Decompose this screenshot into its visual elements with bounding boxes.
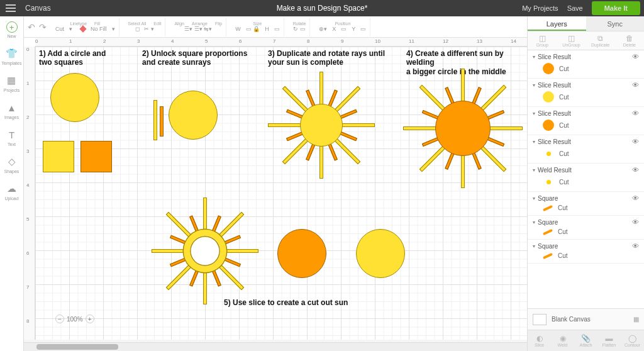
tab-sync[interactable]: Sync: [586, 16, 645, 31]
plus-icon: +: [6, 21, 18, 33]
redo-button[interactable]: ↷: [39, 22, 47, 32]
zoom-control[interactable]: − 100% +: [55, 315, 94, 323]
group-icon: ◫: [539, 34, 546, 43]
eye-icon[interactable]: 👁: [632, 138, 639, 145]
shirt-icon: 👕: [6, 47, 18, 60]
nav-projects[interactable]: ▦Projects: [4, 74, 19, 92]
shape-sun-welded[interactable]: [400, 65, 526, 191]
duplicate-icon: ⧉: [597, 34, 603, 43]
action-group[interactable]: ◫Group: [528, 31, 557, 50]
shape-ray-orange[interactable]: [160, 106, 164, 136]
action-flatten[interactable]: ▬Flatten: [597, 330, 621, 351]
image-icon: ▲: [6, 101, 18, 114]
left-nav: +New 👕Templates ▦Projects ▲Images TText …: [0, 16, 24, 351]
eye-icon[interactable]: 👁: [632, 242, 639, 250]
nav-shapes[interactable]: ◇Shapes: [4, 155, 19, 174]
linetype-group[interactable]: LinetypeFill Cut ▾ No Fill ▾: [52, 18, 119, 36]
shape-sun-cutout[interactable]: [145, 191, 265, 311]
eye-icon[interactable]: 👁: [632, 218, 639, 226]
select-edit-group[interactable]: Select AllEdit ◻ ✂ ▾: [125, 18, 166, 36]
canvas-swatch: [533, 314, 547, 325]
layer-row[interactable]: ▾Slice Result👁Cut: [528, 107, 644, 135]
make-it-button[interactable]: Make It: [592, 1, 640, 15]
upload-icon: ☁: [6, 182, 18, 195]
shape-ray-yellow[interactable]: [153, 100, 157, 140]
shape-circle-yellow-3[interactable]: [356, 229, 405, 278]
slice-icon: ◐: [536, 334, 543, 343]
app-title: Canvas: [25, 4, 51, 13]
shape-circle-orange[interactable]: [277, 229, 326, 278]
eye-icon[interactable]: 👁: [632, 166, 639, 174]
horizontal-scrollbar[interactable]: [24, 342, 527, 351]
ruler-horizontal: 0123456789101112131415: [35, 38, 527, 47]
layer-row[interactable]: ▾Square👁Cut: [528, 216, 644, 240]
action-slice[interactable]: ◐Slice: [528, 330, 551, 351]
text-icon: T: [6, 128, 18, 141]
action-ungroup[interactable]: ◫UnGroup: [557, 31, 586, 50]
attach-icon: 📎: [581, 334, 591, 343]
canvas[interactable]: 1) Add a circle andtwo squares 2) Unlock…: [35, 47, 527, 340]
position-group[interactable]: Position ⊕▾ X ▭ Y ▭: [315, 18, 370, 36]
delete-icon: 🗑: [626, 34, 633, 43]
zoom-value: 100%: [67, 316, 83, 323]
document-title: Make a sun Design Space*: [277, 4, 368, 13]
rotate-group[interactable]: Rotate ↻ ▭: [289, 18, 311, 36]
zoom-out-icon[interactable]: −: [55, 315, 64, 323]
flatten-icon: ▬: [606, 334, 613, 343]
contour-icon: ◯: [628, 334, 636, 343]
menu-button[interactable]: [0, 0, 21, 16]
caption-3: 3) Duplicate and rotate rays untilyour s…: [268, 49, 385, 67]
caption-2: 2) Unlock square proportionsand create s…: [142, 49, 247, 67]
eye-icon[interactable]: 👁: [632, 194, 639, 202]
layer-row[interactable]: ▾Slice Result👁Cut: [528, 79, 644, 107]
shapes-icon: ◇: [6, 155, 18, 168]
mat-icon: ▦: [633, 316, 639, 323]
nav-images[interactable]: ▲Images: [4, 101, 19, 120]
action-duplicate[interactable]: ⧉Duplicate: [586, 31, 615, 50]
layer-row[interactable]: ▾Slice Result👁Cut: [528, 50, 644, 79]
nav-upload[interactable]: ☁Upload: [4, 182, 18, 201]
ruler-vertical: 0123456789: [24, 47, 35, 340]
shape-circle-yellow-2[interactable]: [169, 91, 218, 140]
save-button[interactable]: Save: [567, 4, 583, 12]
layers-panel: Layers Sync ◫Group ◫UnGroup ⧉Duplicate 🗑…: [527, 16, 644, 351]
layer-row[interactable]: ▾Square👁Cut: [528, 192, 644, 216]
ungroup-icon: ◫: [568, 34, 575, 43]
caption-1: 1) Add a circle andtwo squares: [39, 49, 106, 67]
grid-icon: ▦: [5, 74, 18, 87]
nav-text[interactable]: TText: [6, 128, 18, 147]
shape-square-yellow[interactable]: [43, 141, 74, 172]
tab-layers[interactable]: Layers: [528, 16, 586, 31]
blank-canvas-row[interactable]: Blank Canvas ▦: [528, 308, 644, 330]
zoom-in-icon[interactable]: +: [86, 315, 94, 323]
eye-icon[interactable]: 👁: [632, 109, 639, 117]
size-group[interactable]: Size W ▭ 🔒 H ▭: [231, 18, 284, 36]
align-group[interactable]: AlignArrangeFlip ☰▾ ☰▾ ⇋▾: [170, 18, 226, 36]
toolbar: ↶ ↷ LinetypeFill Cut ▾ No Fill ▾ Select …: [24, 16, 527, 38]
nav-new[interactable]: +New: [6, 21, 18, 38]
shape-sun-rays[interactable]: [262, 65, 381, 185]
undo-button[interactable]: ↶: [28, 22, 35, 32]
nav-templates[interactable]: 👕Templates: [2, 47, 22, 65]
shape-square-orange[interactable]: [80, 141, 112, 172]
layer-row[interactable]: ▾Square👁Cut: [528, 240, 644, 264]
action-delete[interactable]: 🗑Delete: [615, 31, 644, 50]
shape-circle-yellow[interactable]: [50, 73, 99, 122]
eye-icon[interactable]: 👁: [632, 81, 639, 89]
action-attach[interactable]: 📎Attach: [574, 330, 597, 351]
layer-row[interactable]: ▾Slice Result👁Cut: [528, 135, 644, 164]
weld-icon: ◉: [560, 334, 566, 343]
my-projects-link[interactable]: My Projects: [522, 4, 558, 12]
eye-icon[interactable]: 👁: [632, 53, 639, 60]
action-contour[interactable]: ◯Contour: [621, 330, 644, 351]
layer-row[interactable]: ▾Weld Result👁Cut: [528, 164, 644, 192]
action-weld[interactable]: ◉Weld: [551, 330, 574, 351]
